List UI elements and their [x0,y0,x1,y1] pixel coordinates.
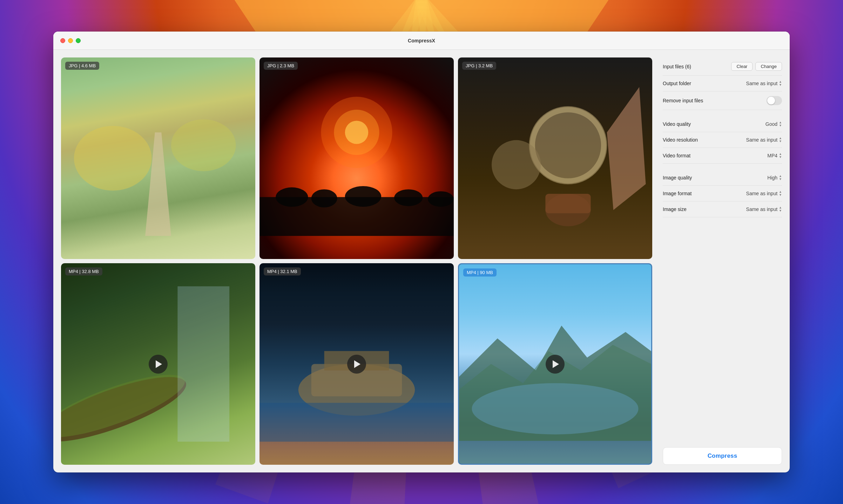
image-size-stepper[interactable]: ▲ ▼ [779,206,782,212]
play-button[interactable] [347,355,366,374]
stepper-down-arrow[interactable]: ▼ [779,156,782,159]
svg-point-2 [171,120,236,171]
svg-marker-17 [607,87,646,210]
titlebar: CompressX [53,32,790,50]
files-panel: JPG | 4.6 MB [61,57,652,465]
thumbnail [61,57,255,259]
traffic-lights [60,38,81,43]
svg-point-11 [345,121,368,144]
file-badge: JPG | 2.3 MB [264,62,298,70]
image-size-row: Image size Same as input ▲ ▼ [663,202,782,217]
clear-button[interactable]: Clear [731,62,753,71]
video-resolution-value: Same as input [746,137,778,143]
remove-input-row: Remove input files [663,91,782,110]
file-badge: JPG | 4.6 MB [65,62,99,70]
svg-point-4 [276,188,308,207]
svg-rect-24 [259,403,454,442]
video-quality-value: Good [766,121,777,127]
output-folder-value: Same as input [746,81,778,86]
stepper-down-arrow[interactable]: ▼ [779,124,782,127]
compress-button[interactable]: Compress [663,447,782,465]
settings-panel: Input files (6) Clear Change Output fold… [663,57,782,465]
input-files-label: Input files (6) [663,64,691,69]
image-format-label: Image format [663,191,692,196]
section-divider-1 [663,110,782,116]
thumbnail [458,57,652,259]
list-item[interactable]: JPG | 4.6 MB [61,57,255,259]
section-divider-2 [663,164,782,170]
svg-rect-16 [545,194,591,213]
image-quality-control[interactable]: High ▲ ▼ [767,175,782,181]
input-files-buttons: Clear Change [731,62,782,71]
image-quality-value: High [767,175,777,181]
image-size-control[interactable]: Same as input ▲ ▼ [746,206,782,212]
video-resolution-label: Video resolution [663,137,698,143]
file-badge: JPG | 3.2 MB [462,62,496,70]
svg-point-27 [472,383,639,434]
image-quality-row: Image quality High ▲ ▼ [663,170,782,186]
image-format-stepper[interactable]: ▲ ▼ [779,190,782,197]
video-format-stepper[interactable]: ▲ ▼ [779,152,782,159]
output-folder-label: Output folder [663,81,691,86]
svg-rect-20 [177,286,229,442]
toggle-knob [767,97,775,104]
close-button[interactable] [60,38,65,43]
video-quality-label: Video quality [663,121,691,127]
play-button[interactable] [546,355,565,374]
video-resolution-row: Video resolution Same as input ▲ ▼ [663,132,782,148]
svg-point-8 [428,191,454,207]
file-badge: MP4 | 32.8 MB [65,267,102,275]
minimize-button[interactable] [68,38,73,43]
image-format-control[interactable]: Same as input ▲ ▼ [746,190,782,197]
svg-point-1 [74,126,152,191]
video-quality-row: Video quality Good ▲ ▼ [663,116,782,132]
video-format-control[interactable]: MP4 ▲ ▼ [767,152,782,159]
remove-input-toggle[interactable] [767,96,782,105]
image-quality-stepper[interactable]: ▲ ▼ [779,175,782,181]
svg-point-5 [311,189,337,207]
image-size-label: Image size [663,206,687,212]
remove-input-label: Remove input files [663,98,703,103]
stepper-down-arrow[interactable]: ▼ [779,209,782,212]
list-item[interactable]: MP4 | 32.1 MB [259,263,454,465]
svg-point-6 [345,186,381,207]
play-icon [156,360,162,368]
video-format-value: MP4 [767,153,777,158]
image-format-value: Same as input [746,191,778,196]
image-format-row: Image format Same as input ▲ ▼ [663,186,782,202]
file-badge: MP4 | 90 MB [463,268,497,277]
maximize-button[interactable] [76,38,81,43]
list-item[interactable]: MP4 | 32.8 MB [61,263,255,465]
output-folder-stepper[interactable]: ▲ ▼ [779,80,782,87]
image-size-value: Same as input [746,206,778,212]
app-window: CompressX JPG | 4.6 MB [53,32,790,472]
play-icon [553,360,559,368]
video-quality-stepper[interactable]: ▲ ▼ [779,121,782,127]
output-folder-row: Output folder Same as input ▲ ▼ [663,76,782,91]
list-item[interactable]: JPG | 3.2 MB [458,57,652,259]
svg-point-12 [529,107,607,184]
stepper-down-arrow[interactable]: ▼ [779,178,782,181]
video-quality-control[interactable]: Good ▲ ▼ [766,121,782,127]
change-button[interactable]: Change [755,62,782,71]
thumbnail [259,57,454,259]
play-button[interactable] [149,355,168,374]
list-item[interactable]: MP4 | 90 MB [458,263,652,465]
video-format-label: Video format [663,153,690,158]
svg-point-7 [394,189,423,206]
video-resolution-stepper[interactable]: ▲ ▼ [779,137,782,143]
input-files-row: Input files (6) Clear Change [663,57,782,76]
stepper-down-arrow[interactable]: ▼ [779,193,782,197]
file-badge: MP4 | 32.1 MB [264,267,301,275]
stepper-down-arrow[interactable]: ▼ [779,140,782,143]
stepper-down-arrow[interactable]: ▼ [779,83,782,87]
svg-point-14 [492,140,541,189]
list-item[interactable]: JPG | 2.3 MB [259,57,454,259]
play-icon [354,360,360,368]
video-resolution-control[interactable]: Same as input ▲ ▼ [746,137,782,143]
video-format-row: Video format MP4 ▲ ▼ [663,148,782,164]
main-content: JPG | 4.6 MB [53,50,790,472]
image-quality-label: Image quality [663,175,692,181]
window-title: CompressX [408,38,435,43]
output-folder-control[interactable]: Same as input ▲ ▼ [746,80,782,87]
